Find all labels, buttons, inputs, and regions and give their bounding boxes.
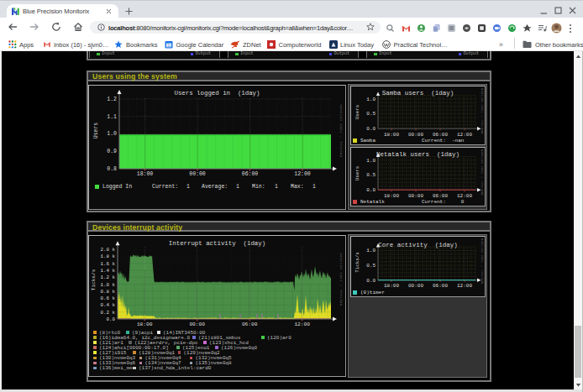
svg-text:31: 31 bbox=[166, 44, 171, 48]
